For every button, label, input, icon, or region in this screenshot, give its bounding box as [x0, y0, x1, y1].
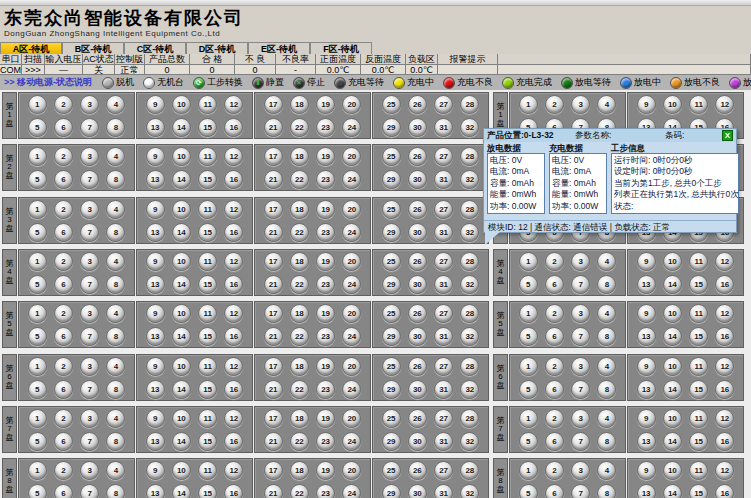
battery-cell[interactable]: 15	[198, 380, 217, 399]
battery-cell[interactable]: 27	[434, 200, 453, 219]
battery-cell[interactable]: 11	[198, 461, 217, 480]
battery-cell[interactable]: 7	[80, 484, 99, 498]
battery-cell[interactable]: 5	[519, 275, 538, 294]
battery-cell[interactable]: 12	[224, 357, 243, 376]
battery-cell[interactable]: 18	[290, 147, 309, 166]
battery-cell[interactable]: 16	[224, 380, 243, 399]
battery-cell[interactable]: 22	[290, 170, 309, 189]
battery-cell[interactable]: 20	[342, 200, 361, 219]
battery-cell[interactable]: 29	[382, 327, 401, 346]
battery-cell[interactable]: 21	[264, 223, 283, 242]
battery-cell[interactable]: 1	[28, 304, 47, 323]
battery-cell[interactable]: 24	[342, 484, 361, 498]
battery-cell[interactable]: 9	[637, 95, 656, 114]
battery-cell[interactable]: 23	[316, 380, 335, 399]
battery-cell[interactable]: 8	[106, 327, 125, 346]
battery-cell[interactable]: 17	[264, 304, 283, 323]
battery-cell[interactable]: 7	[80, 327, 99, 346]
battery-cell[interactable]: 31	[434, 327, 453, 346]
battery-cell[interactable]: 9	[637, 409, 656, 428]
battery-cell[interactable]: 10	[172, 409, 191, 428]
battery-cell[interactable]: 27	[434, 252, 453, 271]
battery-cell[interactable]: 8	[597, 484, 616, 498]
battery-cell[interactable]: 5	[28, 118, 47, 137]
battery-cell[interactable]: 8	[106, 484, 125, 498]
battery-cell[interactable]: 16	[715, 484, 734, 498]
battery-cell[interactable]: 5	[519, 432, 538, 451]
battery-cell[interactable]: 13	[637, 432, 656, 451]
battery-cell[interactable]: 28	[460, 95, 479, 114]
battery-cell[interactable]: 18	[290, 409, 309, 428]
battery-cell[interactable]: 15	[198, 170, 217, 189]
battery-cell[interactable]: 1	[28, 147, 47, 166]
battery-cell[interactable]: 23	[316, 432, 335, 451]
battery-cell[interactable]: 8	[597, 432, 616, 451]
battery-cell[interactable]: 16	[224, 432, 243, 451]
battery-cell[interactable]: 28	[460, 409, 479, 428]
battery-cell[interactable]: 24	[342, 327, 361, 346]
battery-cell[interactable]: 9	[146, 409, 165, 428]
battery-cell[interactable]: 1	[519, 461, 538, 480]
battery-cell[interactable]: 10	[172, 252, 191, 271]
battery-cell[interactable]: 3	[80, 357, 99, 376]
battery-cell[interactable]: 16	[715, 380, 734, 399]
battery-cell[interactable]: 16	[715, 327, 734, 346]
battery-cell[interactable]: 8	[106, 170, 125, 189]
battery-cell[interactable]: 1	[519, 304, 538, 323]
battery-cell[interactable]: 6	[54, 432, 73, 451]
battery-cell[interactable]: 25	[382, 461, 401, 480]
battery-cell[interactable]: 23	[316, 327, 335, 346]
battery-cell[interactable]: 19	[316, 409, 335, 428]
battery-cell[interactable]: 28	[460, 304, 479, 323]
battery-cell[interactable]: 31	[434, 432, 453, 451]
battery-cell[interactable]: 6	[545, 380, 564, 399]
battery-cell[interactable]: 10	[663, 95, 682, 114]
battery-cell[interactable]: 6	[545, 484, 564, 498]
battery-cell[interactable]: 13	[637, 327, 656, 346]
battery-cell[interactable]: 7	[571, 432, 590, 451]
tab-zone-b[interactable]: B区-待机	[62, 42, 124, 54]
battery-cell[interactable]: 4	[106, 95, 125, 114]
battery-cell[interactable]: 24	[342, 432, 361, 451]
battery-cell[interactable]: 13	[146, 223, 165, 242]
battery-cell[interactable]: 6	[54, 327, 73, 346]
battery-cell[interactable]: 26	[408, 461, 427, 480]
battery-cell[interactable]: 23	[316, 484, 335, 498]
battery-cell[interactable]: 24	[342, 118, 361, 137]
battery-cell[interactable]: 16	[224, 327, 243, 346]
battery-cell[interactable]: 22	[290, 327, 309, 346]
battery-cell[interactable]: 18	[290, 95, 309, 114]
battery-cell[interactable]: 3	[80, 252, 99, 271]
battery-cell[interactable]: 28	[460, 147, 479, 166]
battery-cell[interactable]: 7	[80, 118, 99, 137]
battery-cell[interactable]: 6	[54, 118, 73, 137]
tab-zone-f[interactable]: F区-待机	[310, 42, 372, 54]
battery-cell[interactable]: 6	[545, 432, 564, 451]
battery-cell[interactable]: 28	[460, 200, 479, 219]
battery-cell[interactable]: 3	[571, 461, 590, 480]
battery-cell[interactable]: 2	[54, 200, 73, 219]
battery-cell[interactable]: 15	[198, 118, 217, 137]
battery-cell[interactable]: 2	[54, 357, 73, 376]
battery-cell[interactable]: 30	[408, 118, 427, 137]
battery-cell[interactable]: 16	[715, 275, 734, 294]
battery-cell[interactable]: 14	[172, 432, 191, 451]
battery-cell[interactable]: 32	[460, 275, 479, 294]
battery-cell[interactable]: 10	[663, 461, 682, 480]
battery-cell[interactable]: 11	[198, 304, 217, 323]
battery-cell[interactable]: 12	[224, 252, 243, 271]
battery-cell[interactable]: 32	[460, 484, 479, 498]
battery-cell[interactable]: 14	[172, 380, 191, 399]
battery-cell[interactable]: 12	[224, 304, 243, 323]
battery-cell[interactable]: 13	[146, 170, 165, 189]
tab-zone-a[interactable]: A区-待机	[0, 42, 62, 54]
battery-cell[interactable]: 12	[224, 147, 243, 166]
battery-cell[interactable]: 5	[28, 380, 47, 399]
battery-cell[interactable]: 2	[54, 95, 73, 114]
battery-cell[interactable]: 1	[28, 461, 47, 480]
battery-cell[interactable]: 8	[106, 275, 125, 294]
battery-cell[interactable]: 18	[290, 461, 309, 480]
battery-cell[interactable]: 11	[689, 357, 708, 376]
battery-cell[interactable]: 3	[571, 304, 590, 323]
battery-cell[interactable]: 11	[198, 252, 217, 271]
